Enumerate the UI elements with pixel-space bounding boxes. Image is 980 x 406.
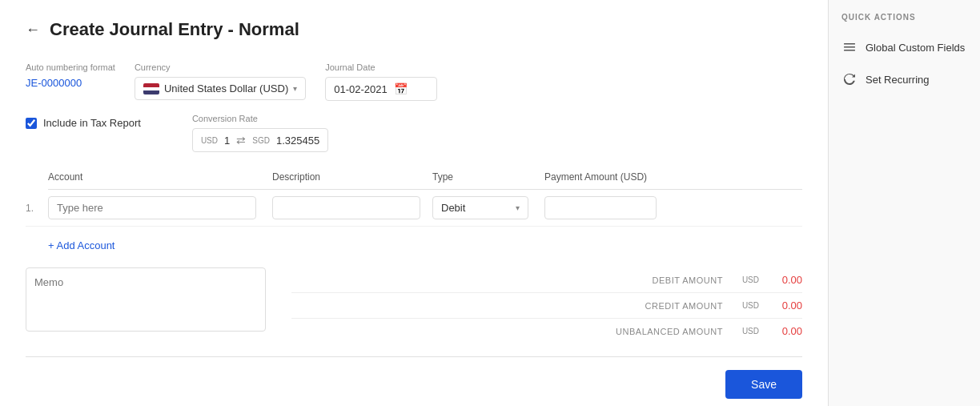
col-header-type: Type <box>432 171 544 183</box>
tax-checkbox-group: Include in Tax Report <box>26 114 141 145</box>
add-account-link[interactable]: + Add Account <box>48 239 114 251</box>
set-recurring-label: Set Recurring <box>866 74 929 86</box>
debit-currency: USD <box>742 275 759 284</box>
currency-group: Currency United States Dollar (USD) ▾ <box>135 62 306 100</box>
currency-label: Currency <box>135 62 306 72</box>
calendar-icon[interactable]: 📅 <box>394 82 408 95</box>
svg-rect-1 <box>844 46 855 48</box>
conv-to-label: SGD <box>252 136 270 145</box>
list-icon <box>841 39 858 55</box>
col-header-account: Account <box>48 171 272 183</box>
sidebar-action-global-custom-fields[interactable]: Global Custom Fields <box>829 31 980 63</box>
credit-value: 0.00 <box>762 299 802 312</box>
conversion-box: USD 1 ⇄ SGD 1.325455 <box>192 128 328 152</box>
add-account-row: + Add Account <box>26 233 802 251</box>
recurring-icon <box>841 71 858 87</box>
include-tax-label: Include in Tax Report <box>43 117 141 129</box>
tax-checkbox-row: Include in Tax Report <box>26 117 141 129</box>
journal-date-group: Journal Date 01-02-2021 📅 <box>325 62 437 101</box>
us-flag-icon <box>143 83 159 94</box>
include-tax-checkbox[interactable] <box>26 118 37 129</box>
credit-currency: USD <box>742 301 759 310</box>
table-section: Account Description Type Payment Amount … <box>26 165 802 251</box>
debit-label: DEBIT AMOUNT <box>653 275 723 285</box>
conv-from-value: 1 <box>224 135 230 147</box>
debit-value: 0.00 <box>762 274 802 286</box>
currency-dropdown-arrow: ▾ <box>293 84 297 93</box>
conversion-label: Conversion Rate <box>192 114 328 123</box>
unbalanced-currency: USD <box>742 327 759 336</box>
currency-text: United States Dollar (USD) <box>164 82 288 94</box>
debit-amount-row: DEBIT AMOUNT USD 0.00 <box>291 267 802 293</box>
account-input[interactable] <box>48 196 256 219</box>
back-button[interactable]: ← <box>26 22 40 38</box>
type-select[interactable]: Debit ▾ <box>432 196 528 219</box>
unbalanced-amount-pair: USD 0.00 <box>742 325 802 337</box>
credit-label: CREDIT AMOUNT <box>645 301 723 311</box>
quick-actions-title: QUICK ACTIONS <box>829 13 980 31</box>
table-row: 1. Debit ▾ <box>26 190 802 227</box>
save-button[interactable]: Save <box>725 370 802 399</box>
global-custom-fields-label: Global Custom Fields <box>866 42 965 54</box>
amounts-section: DEBIT AMOUNT USD 0.00 CREDIT AMOUNT USD … <box>291 267 802 344</box>
bottom-section: DEBIT AMOUNT USD 0.00 CREDIT AMOUNT USD … <box>26 267 802 344</box>
type-dropdown-arrow: ▾ <box>516 203 520 212</box>
journal-date-label: Journal Date <box>325 62 437 72</box>
col-header-description: Description <box>272 171 432 183</box>
form-row-1: Auto numbering format JE-0000000 Currenc… <box>26 62 802 101</box>
conversion-group: Conversion Rate USD 1 ⇄ SGD 1.325455 <box>192 114 328 152</box>
auto-numbering-group: Auto numbering format JE-0000000 <box>26 62 115 89</box>
auto-numbering-label: Auto numbering format <box>26 62 115 72</box>
unbalanced-amount-row: UNBALANCED AMOUNT USD 0.00 <box>291 319 802 344</box>
credit-amount-pair: USD 0.00 <box>742 299 802 312</box>
amount-input[interactable] <box>544 196 657 219</box>
row-number: 1. <box>26 203 48 214</box>
page-title: Create Journal Entry - Normal <box>50 19 299 40</box>
form-row-2: Include in Tax Report Conversion Rate US… <box>26 114 802 152</box>
credit-amount-row: CREDIT AMOUNT USD 0.00 <box>291 293 802 319</box>
conv-from-label: USD <box>201 136 218 145</box>
svg-rect-0 <box>844 43 855 45</box>
right-sidebar: QUICK ACTIONS Global Custom Fields Set R… <box>828 0 980 406</box>
main-content: ← Create Journal Entry - Normal Auto num… <box>0 0 828 406</box>
col-header-payment: Payment Amount (USD) <box>544 171 802 183</box>
table-header: Account Description Type Payment Amount … <box>48 165 802 190</box>
journal-date-value: 01-02-2021 <box>334 83 388 95</box>
journal-date-field[interactable]: 01-02-2021 📅 <box>325 77 437 101</box>
save-bar: Save <box>26 356 802 399</box>
unbalanced-value: 0.00 <box>762 325 802 337</box>
sidebar-action-set-recurring[interactable]: Set Recurring <box>829 63 980 95</box>
conv-to-value: 1.325455 <box>276 135 319 147</box>
svg-rect-2 <box>844 50 855 51</box>
memo-textarea[interactable] <box>26 267 266 332</box>
auto-numbering-value: JE-0000000 <box>26 77 115 89</box>
currency-select[interactable]: United States Dollar (USD) ▾ <box>135 77 306 100</box>
debit-amount-pair: USD 0.00 <box>742 274 802 286</box>
description-input[interactable] <box>272 196 420 219</box>
conv-arrows-icon: ⇄ <box>236 134 246 147</box>
page-header: ← Create Journal Entry - Normal <box>26 19 802 40</box>
type-value: Debit <box>441 202 465 214</box>
unbalanced-label: UNBALANCED AMOUNT <box>616 327 723 336</box>
